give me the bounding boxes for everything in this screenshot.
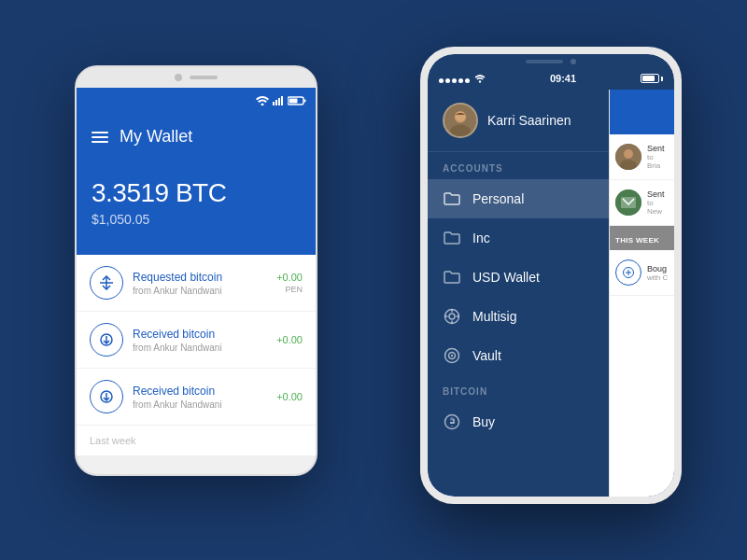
iphone-inner: 09:41 <box>428 54 674 497</box>
iphone-time: 09:41 <box>550 73 576 84</box>
signal-icon <box>273 96 284 105</box>
iphone-wifi-icon <box>474 74 486 83</box>
svg-rect-3 <box>278 98 280 105</box>
android-speaker <box>190 76 218 79</box>
android-header: My Wallet <box>77 114 316 160</box>
receive-icon-2 <box>90 380 123 413</box>
peek-info-0: Sent to Bria <box>647 144 669 170</box>
svg-rect-1 <box>273 102 275 105</box>
tx-amount-1: +0.00 <box>276 334 303 345</box>
iphone-drawer: Karri Saarinen ACCOUNTS Personal <box>428 90 674 497</box>
tx-amount-0: +0.00 PEN <box>276 272 303 294</box>
svg-point-14 <box>456 111 466 121</box>
peek-week-text: THIS WEEK <box>615 236 659 245</box>
android-phone: My Wallet 3.3519 BTC $1,050.05 Requested… <box>75 65 317 476</box>
android-balance-section: 3.3519 BTC $1,050.05 <box>77 160 316 255</box>
svg-rect-7 <box>304 100 306 103</box>
battery-icon <box>288 96 306 105</box>
android-usd-amount: $1,050.05 <box>92 212 301 227</box>
peek-sub-0: to Bria <box>647 153 669 170</box>
svg-rect-6 <box>289 99 298 104</box>
drawer-item-personal-label: Personal <box>472 191 524 206</box>
wifi-icon <box>256 96 269 105</box>
svg-rect-4 <box>281 96 283 105</box>
tx-value-2: +0.00 <box>276 391 303 402</box>
folder-icon-personal <box>443 189 461 208</box>
vault-icon <box>443 346 461 365</box>
transaction-item-2[interactable]: Received bitcoin from Ankur Nandwani +0.… <box>77 369 316 426</box>
signal-dot-5 <box>465 78 470 83</box>
svg-point-22 <box>624 149 633 159</box>
android-camera <box>175 74 182 81</box>
signal-dot-2 <box>445 78 450 83</box>
battery-body <box>641 74 659 83</box>
android-header-title: My Wallet <box>120 127 192 147</box>
drawer-item-inc-label: Inc <box>472 231 490 245</box>
transaction-item-0[interactable]: Requested bitcoin from Ankur Nandwani +0… <box>77 255 316 312</box>
tx-subtitle-1: from Ankur Nandwani <box>133 343 276 353</box>
request-icon <box>90 266 123 300</box>
iphone-speaker <box>526 60 563 63</box>
tx-subtitle-2: from Ankur Nandwani <box>133 399 276 410</box>
svg-point-16 <box>449 314 455 319</box>
folder-icon-inc <box>443 229 461 247</box>
signal-dot-1 <box>439 78 444 83</box>
peek-sub-1: to New <box>647 199 669 216</box>
tx-status-0: PEN <box>276 285 303 294</box>
user-avatar-img <box>444 105 476 136</box>
svg-rect-2 <box>275 100 277 105</box>
tx-value-1: +0.00 <box>276 334 303 345</box>
receive-icon-1 <box>90 323 123 357</box>
tx-title-1: Received bitcoin <box>133 328 276 341</box>
iphone: 09:41 <box>420 47 682 504</box>
peek-title-0: Sent <box>647 144 669 153</box>
drawer-item-usd-label: USD Wallet <box>472 270 540 285</box>
drawer-item-vault-label: Vault <box>472 348 501 363</box>
phones-container: My Wallet 3.3519 BTC $1,050.05 Requested… <box>47 37 700 523</box>
tx-amount-2: +0.00 <box>276 391 303 402</box>
transaction-item-1[interactable]: Received bitcoin from Ankur Nandwani +0.… <box>77 312 316 369</box>
peek-info-1: Sent to New <box>647 189 669 216</box>
drawer-item-multisig-label: Multisig <box>472 309 516 324</box>
drawer-item-buy-label: Buy <box>472 414 495 429</box>
user-avatar <box>443 103 478 138</box>
peek-item-1: Sent to New <box>610 180 674 226</box>
tx-title-0: Requested bitcoin <box>133 271 276 284</box>
tx-info-1: Received bitcoin from Ankur Nandwani <box>133 328 276 353</box>
peek-icon-0 <box>615 259 641 286</box>
peek-header <box>610 90 674 134</box>
signal-dot-3 <box>452 78 457 83</box>
svg-point-0 <box>261 104 264 106</box>
battery-fill <box>642 76 655 81</box>
svg-point-19 <box>451 355 453 357</box>
peek-avatar-0 <box>615 144 641 170</box>
svg-point-13 <box>450 124 470 137</box>
iphone-status-bar: 09:41 <box>428 67 674 90</box>
folder-icon-usd <box>443 268 461 287</box>
tx-info-0: Requested bitcoin from Ankur Nandwani <box>133 271 276 296</box>
last-week-label: Last week <box>77 426 316 455</box>
tx-subtitle-0: from Ankur Nandwani <box>133 286 276 296</box>
tx-title-2: Received bitcoin <box>133 385 276 398</box>
tx-value-0: +0.00 <box>276 272 303 283</box>
peek-avatar-1 <box>615 189 641 216</box>
android-btc-amount: 3.3519 BTC <box>92 178 301 208</box>
hamburger-icon[interactable] <box>92 132 108 143</box>
multisig-icon <box>443 307 461 326</box>
peek-week-label: THIS WEEK <box>610 226 674 250</box>
iphone-battery <box>641 74 663 83</box>
svg-point-10 <box>479 80 481 82</box>
peek-title-1: Sent <box>647 189 669 199</box>
peek-item-0: Sent to Bria <box>610 134 674 180</box>
bitcoin-icon <box>443 413 461 431</box>
peek-sub-2: with C <box>647 273 669 282</box>
tx-info-2: Received bitcoin from Ankur Nandwani <box>133 385 276 410</box>
peek-panel: Sent to Bria Sen <box>609 90 674 497</box>
peek-info-2: Boug with C <box>647 264 669 282</box>
iphone-notch <box>428 54 674 67</box>
iphone-signal <box>439 74 486 83</box>
peek-title-2: Boug <box>647 264 669 273</box>
iphone-camera <box>571 59 576 64</box>
battery-tip <box>661 77 663 81</box>
android-status-bar <box>77 88 316 114</box>
